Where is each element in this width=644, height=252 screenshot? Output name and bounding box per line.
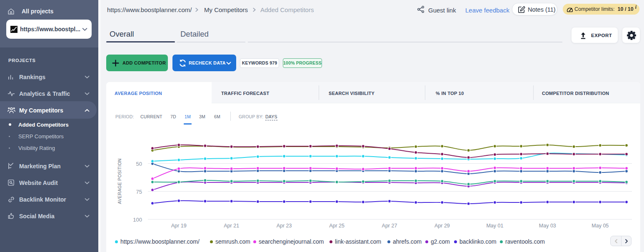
- svg-text:AVERAGE POSITION: AVERAGE POSITION: [117, 158, 122, 204]
- svg-text:75: 75: [136, 189, 142, 195]
- svg-text:Apr 25: Apr 25: [329, 223, 344, 229]
- svg-text:50: 50: [136, 161, 142, 167]
- svg-text:Apr 19: Apr 19: [171, 223, 187, 229]
- svg-text:100: 100: [133, 217, 142, 223]
- svg-text:May 05: May 05: [592, 223, 609, 229]
- svg-text:Apr 23: Apr 23: [277, 223, 292, 229]
- svg-text:May 03: May 03: [539, 223, 556, 229]
- svg-text:Apr 27: Apr 27: [382, 223, 397, 229]
- svg-text:Apr 21: Apr 21: [224, 223, 239, 229]
- svg-text:Apr 29: Apr 29: [434, 223, 450, 229]
- svg-text:May 01: May 01: [486, 223, 503, 229]
